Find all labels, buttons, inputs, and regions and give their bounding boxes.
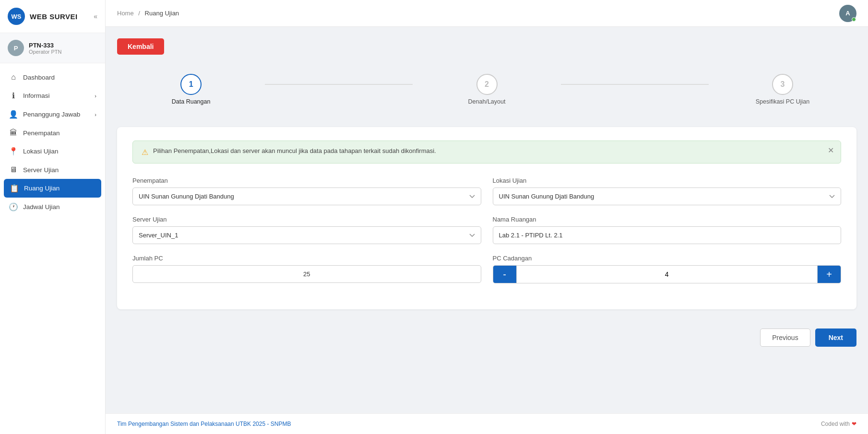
pc-cadangan-counter: - + bbox=[493, 265, 842, 283]
step-connector-1 bbox=[265, 84, 413, 85]
person-icon: 👤 bbox=[9, 110, 18, 119]
location-icon: 📍 bbox=[9, 147, 18, 156]
sidebar-item-ruang-ujian[interactable]: 📋 Ruang Ujian bbox=[4, 179, 101, 198]
jumlah-pc-group: Jumlah PC bbox=[132, 255, 481, 283]
sidebar-item-label: Penempatan bbox=[23, 129, 60, 137]
jumlah-pc-label: Jumlah PC bbox=[132, 255, 481, 262]
info-icon: ℹ bbox=[9, 91, 18, 100]
building-icon: 🏛 bbox=[9, 129, 18, 137]
server-icon: 🖥 bbox=[9, 165, 18, 174]
user-role: Operator PTN bbox=[29, 49, 61, 55]
main-content: Home / Ruang Ujian A Kembali 1 Data Ruan… bbox=[106, 0, 868, 434]
server-ujian-label: Server Ujian bbox=[132, 216, 481, 223]
chevron-right-icon: › bbox=[95, 112, 96, 117]
penempatan-group: Penempatan UIN Sunan Gunung Djati Bandun… bbox=[132, 177, 481, 205]
sidebar-item-penempatan[interactable]: 🏛 Penempatan bbox=[0, 124, 105, 142]
lokasi-ujian-select[interactable]: UIN Sunan Gunung Djati Bandung bbox=[493, 188, 842, 205]
footer: Tim Pengembangan Sistem dan Pelaksanaan … bbox=[106, 413, 868, 434]
chevron-right-icon: › bbox=[95, 93, 96, 99]
form-row-3: Jumlah PC PC Cadangan - + bbox=[132, 255, 841, 283]
sidebar-item-label: Jadwal Ujian bbox=[23, 203, 60, 211]
avatar: P bbox=[8, 40, 24, 56]
nama-ruangan-group: Nama Ruangan bbox=[493, 216, 842, 244]
sidebar-item-informasi[interactable]: ℹ Informasi › bbox=[0, 86, 105, 105]
form-row-1: Penempatan UIN Sunan Gunung Djati Bandun… bbox=[132, 177, 841, 205]
step-label-1: Data Ruangan bbox=[172, 98, 211, 105]
alert-info: ⚠ Pilihan Penempatan,Lokasi dan server a… bbox=[132, 141, 841, 164]
clipboard-icon: 📋 bbox=[10, 184, 19, 193]
warning-icon: ⚠ bbox=[142, 148, 148, 157]
sidebar-item-lokasi-ujian[interactable]: 📍 Lokasi Ujian bbox=[0, 142, 105, 161]
footer-right-text: Coded with ❤ bbox=[821, 421, 856, 427]
next-button[interactable]: Next bbox=[815, 328, 856, 347]
form-row-2: Server Ujian Server_UIN_1 Nama Ruangan bbox=[132, 216, 841, 244]
server-ujian-group: Server Ujian Server_UIN_1 bbox=[132, 216, 481, 244]
home-icon: ⌂ bbox=[9, 73, 18, 82]
sidebar-item-label: Ruang Ujian bbox=[24, 185, 59, 192]
sidebar-item-dashboard[interactable]: ⌂ Dashboard bbox=[0, 68, 105, 86]
step-3: 3 Spesifikasi PC Ujian bbox=[709, 74, 856, 105]
previous-button[interactable]: Previous bbox=[760, 328, 810, 347]
step-circle-1: 1 bbox=[180, 74, 202, 95]
kembali-button[interactable]: Kembali bbox=[117, 38, 164, 55]
user-name: PTN-333 bbox=[29, 42, 61, 49]
plus-button[interactable]: + bbox=[818, 266, 841, 283]
sidebar-item-jadwal-ujian[interactable]: 🕐 Jadwal Ujian bbox=[0, 198, 105, 216]
step-circle-2: 2 bbox=[476, 74, 498, 95]
topbar-avatar: A bbox=[839, 5, 856, 22]
sidebar: WS WEB SURVEI « P PTN-333 Operator PTN ⌂… bbox=[0, 0, 106, 434]
sidebar-item-label: Lokasi Ujian bbox=[23, 148, 59, 155]
topbar: Home / Ruang Ujian A bbox=[106, 0, 868, 27]
sidebar-item-label: Penanggung Jawab bbox=[23, 111, 80, 118]
penempatan-select[interactable]: UIN Sunan Gunung Djati Bandung bbox=[132, 188, 481, 205]
sidebar-user: P PTN-333 Operator PTN bbox=[0, 33, 105, 63]
stepper: 1 Data Ruangan 2 Denah/Layout 3 Spesifik… bbox=[117, 66, 856, 113]
pc-cadangan-input[interactable] bbox=[516, 266, 818, 283]
pc-cadangan-label: PC Cadangan bbox=[493, 255, 842, 262]
clock-icon: 🕐 bbox=[9, 202, 18, 211]
form-card: ⚠ Pilihan Penempatan,Lokasi dan server a… bbox=[117, 127, 856, 309]
nama-ruangan-input[interactable] bbox=[493, 226, 842, 244]
step-connector-2 bbox=[561, 84, 709, 85]
alert-text: Pilihan Penempatan,Lokasi dan server aka… bbox=[153, 147, 832, 154]
nav-buttons: Previous Next bbox=[117, 321, 856, 352]
minus-button[interactable]: - bbox=[493, 266, 516, 283]
sidebar-item-label: Informasi bbox=[23, 92, 50, 99]
server-ujian-select[interactable]: Server_UIN_1 bbox=[132, 226, 481, 244]
step-1: 1 Data Ruangan bbox=[117, 74, 265, 105]
breadcrumb: Home / Ruang Ujian bbox=[117, 10, 179, 17]
sidebar-nav: ⌂ Dashboard ℹ Informasi › 👤 Penanggung J… bbox=[0, 63, 105, 434]
sidebar-item-label: Server Ujian bbox=[23, 166, 59, 174]
breadcrumb-home[interactable]: Home bbox=[117, 10, 134, 17]
nama-ruangan-label: Nama Ruangan bbox=[493, 216, 842, 223]
breadcrumb-current: Ruang Ujian bbox=[145, 10, 179, 17]
jumlah-pc-input[interactable] bbox=[132, 265, 481, 283]
penempatan-label: Penempatan bbox=[132, 177, 481, 184]
sidebar-item-label: Dashboard bbox=[23, 74, 55, 81]
lokasi-ujian-group: Lokasi Ujian UIN Sunan Gunung Djati Band… bbox=[493, 177, 842, 205]
sidebar-item-server-ujian[interactable]: 🖥 Server Ujian bbox=[0, 161, 105, 179]
sidebar-logo: WS bbox=[8, 8, 25, 25]
step-label-2: Denah/Layout bbox=[468, 98, 506, 105]
sidebar-header: WS WEB SURVEI « bbox=[0, 0, 105, 33]
sidebar-title: WEB SURVEI bbox=[30, 12, 78, 21]
lokasi-ujian-label: Lokasi Ujian bbox=[493, 177, 842, 184]
heart-icon: ❤ bbox=[852, 421, 856, 427]
alert-close-button[interactable]: ✕ bbox=[828, 146, 834, 155]
collapse-icon[interactable]: « bbox=[94, 12, 97, 20]
sidebar-item-penanggung-jawab[interactable]: 👤 Penanggung Jawab › bbox=[0, 105, 105, 124]
online-dot bbox=[852, 17, 856, 22]
footer-left-text: Tim Pengembangan Sistem dan Pelaksanaan … bbox=[117, 421, 291, 427]
page-body: Kembali 1 Data Ruangan 2 Denah/Layout 3 … bbox=[106, 27, 868, 413]
pc-cadangan-group: PC Cadangan - + bbox=[493, 255, 842, 283]
step-2: 2 Denah/Layout bbox=[413, 74, 560, 105]
step-circle-3: 3 bbox=[772, 74, 793, 95]
step-label-3: Spesifikasi PC Ujian bbox=[756, 98, 810, 105]
